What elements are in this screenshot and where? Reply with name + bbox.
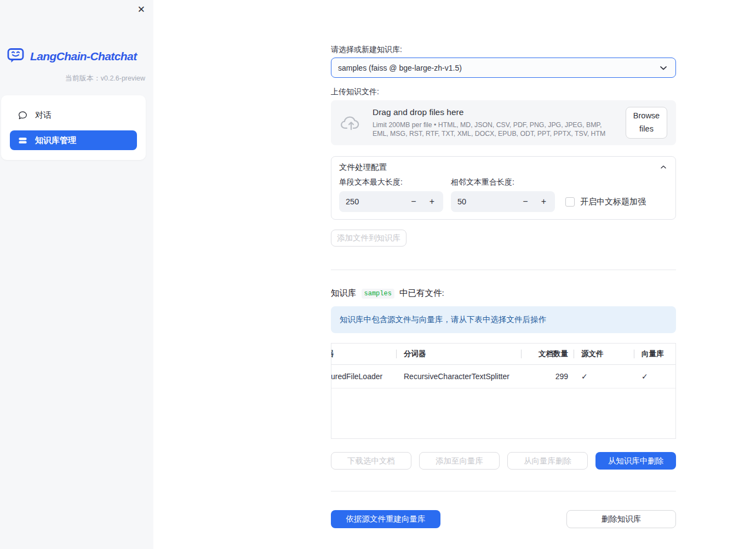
decrement-button[interactable]: − — [404, 191, 422, 212]
info-banner: 知识库中包含源文件与向量库，请从下表中选择文件后操作 — [331, 306, 676, 333]
kb-select-value: samples (faiss @ bge-large-zh-v1.5) — [338, 64, 658, 72]
expander-body: 单段文本最大长度: 250 − + 相邻文本重合长度: 50 − + 开启中文标… — [331, 178, 675, 219]
cell-loader: uredFileLoader — [331, 365, 396, 388]
sidebar-item-dialogue[interactable]: 对话 — [10, 105, 137, 125]
divider — [331, 270, 676, 270]
chevron-up-icon — [659, 163, 668, 171]
table-row[interactable]: uredFileLoader RecursiveCharacterTextSpl… — [331, 365, 675, 388]
dropzone-title: Drag and drop files here — [373, 107, 619, 117]
overlap-length-value: 50 — [457, 197, 516, 206]
version-value: v0.2.6-preview — [101, 75, 145, 82]
increment-button[interactable]: + — [423, 191, 441, 212]
table-header-doc-count[interactable]: 文档数量 — [521, 344, 574, 364]
expander-header[interactable]: 文件处理配置 — [331, 157, 675, 178]
logo-chat-smiley-icon — [7, 47, 25, 66]
table-header-splitter[interactable]: 分词器 — [396, 344, 521, 364]
file-config-expander: 文件处理配置 单段文本最大长度: 250 − + 相邻文本重合长度: 50 — [331, 156, 676, 220]
table-header-vector-store[interactable]: 向量库 — [634, 344, 675, 364]
table-header-loader[interactable]: 器 — [331, 344, 396, 364]
sidebar-close-button[interactable]: ✕ — [136, 4, 146, 15]
delete-from-kb-button[interactable]: 从知识库中删除 — [595, 452, 676, 470]
cell-source-check: ✓ — [574, 365, 634, 388]
app-logo: LangChain-Chatchat — [7, 47, 153, 66]
checkbox-box[interactable] — [565, 197, 575, 207]
max-length-input[interactable]: 250 − + — [339, 191, 443, 212]
rebuild-vector-store-button[interactable]: 依据源文件重建向量库 — [331, 510, 440, 528]
overlap-length-label: 相邻文本重合长度: — [451, 178, 555, 187]
file-actions: 下载选中文档 添加至向量库 从向量库删除 从知识库中删除 — [331, 452, 676, 470]
divider — [331, 491, 676, 491]
delete-kb-button[interactable]: 删除知识库 — [566, 510, 676, 528]
sidebar-item-kb-management[interactable]: 知识库管理 — [10, 130, 137, 150]
max-length-label: 单段文本最大长度: — [339, 178, 443, 187]
sidebar-menu: 对话 知识库管理 — [1, 95, 146, 160]
increment-button[interactable]: + — [535, 191, 553, 212]
file-dropzone[interactable]: Drag and drop files here Limit 200MB per… — [331, 100, 676, 145]
expander-title: 文件处理配置 — [339, 162, 387, 173]
version-info: 当前版本：v0.2.6-preview — [0, 73, 145, 83]
checkbox-label: 开启中文标题加强 — [580, 197, 646, 207]
decrement-button[interactable]: − — [516, 191, 534, 212]
version-label: 当前版本： — [65, 74, 101, 82]
download-selected-button[interactable]: 下载选中文档 — [331, 452, 411, 470]
sidebar-item-label: 知识库管理 — [35, 135, 76, 146]
table-header-source-file[interactable]: 源文件 — [574, 344, 634, 364]
delete-from-vector-store-button[interactable]: 从向量库删除 — [507, 452, 588, 470]
upload-label: 上传知识文件: — [331, 87, 676, 97]
kb-line-prefix: 知识库 — [331, 288, 357, 299]
main-content: 请选择或新建知识库: samples (faiss @ bge-large-zh… — [331, 0, 676, 528]
dropzone-file-limit: Limit 200MB per file • HTML, MD, JSON, C… — [373, 121, 619, 138]
sidebar-item-label: 对话 — [35, 110, 51, 121]
files-table: 器 分词器 文档数量 源文件 向量库 uredFileLoader Recurs… — [331, 343, 676, 439]
cell-splitter: RecursiveCharacterTextSplitter — [396, 365, 521, 388]
kb-files-heading: 知识库 samples 中已有文件: — [331, 288, 676, 299]
add-files-to-kb-button[interactable]: 添加文件到知识库 — [331, 230, 406, 247]
browse-files-button[interactable]: Browse files — [626, 107, 667, 139]
kb-line-suffix: 中已有文件: — [399, 288, 444, 299]
sidebar: ✕ LangChain-Chatchat 当前版本：v0.2.6-preview… — [0, 0, 153, 549]
dropzone-instructions: Drag and drop files here Limit 200MB per… — [373, 107, 619, 138]
kb-select-label: 请选择或新建知识库: — [331, 45, 676, 55]
zh-title-enhance-checkbox[interactable]: 开启中文标题加强 — [565, 197, 646, 207]
table-header-row: 器 分词器 文档数量 源文件 向量库 — [331, 344, 675, 365]
knowledge-base-icon — [18, 135, 28, 146]
chat-bubble-icon — [18, 110, 28, 121]
cell-doc-count: 299 — [521, 365, 574, 388]
chevron-down-icon — [658, 62, 669, 73]
cell-vector-check: ✓ — [634, 365, 675, 388]
kb-bottom-actions: 依据源文件重建向量库 删除知识库 — [331, 510, 676, 528]
add-to-vector-store-button[interactable]: 添加至向量库 — [419, 452, 500, 470]
kb-select[interactable]: samples (faiss @ bge-large-zh-v1.5) — [331, 58, 676, 78]
kb-name-code: samples — [362, 289, 394, 299]
overlap-length-input[interactable]: 50 − + — [451, 191, 555, 212]
max-length-value: 250 — [346, 197, 404, 206]
app-logo-text: LangChain-Chatchat — [30, 50, 137, 63]
cloud-upload-icon — [340, 114, 363, 131]
